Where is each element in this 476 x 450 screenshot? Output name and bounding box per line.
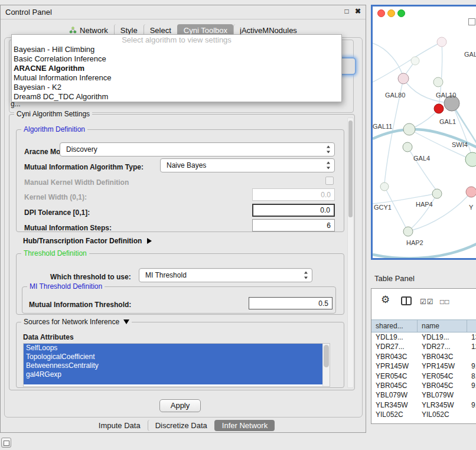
network-node-label: GCY1 bbox=[374, 204, 392, 211]
spinner-icon bbox=[326, 146, 331, 154]
dpi-tolerance-input[interactable]: 0.0 bbox=[252, 204, 335, 217]
table-cell bbox=[467, 410, 476, 419]
tab-label: Network bbox=[80, 26, 108, 35]
data-attribute-item[interactable]: BetweennessCentrality bbox=[24, 361, 323, 370]
network-canvas[interactable]: GALGAL80GAL10GAL11GAL1SWI4GAL4GCY1HAP4YH… bbox=[373, 6, 476, 258]
manual-kernel-checkbox[interactable] bbox=[325, 177, 334, 185]
which-threshold-select[interactable]: MI Threshold bbox=[139, 268, 312, 282]
list-scrollbar-thumb[interactable] bbox=[324, 345, 329, 367]
collapse-arrow-icon[interactable] bbox=[147, 238, 152, 244]
data-attributes-listbox: SelfLoopsTopologicalCoefficientBetweenne… bbox=[23, 343, 330, 387]
table-cell: 12 bbox=[467, 342, 476, 351]
table-row[interactable]: YBR045CYBR045C9. bbox=[371, 381, 476, 390]
data-attribute-item[interactable]: gal4RGexp bbox=[24, 370, 323, 379]
table-cell: 8. bbox=[467, 371, 476, 381]
network-node[interactable] bbox=[437, 37, 446, 47]
expand-arrow-icon[interactable] bbox=[123, 319, 129, 324]
sources-title-text: Sources for Network Inference bbox=[24, 318, 119, 326]
table-cell: YLR345W bbox=[371, 400, 418, 410]
network-node[interactable] bbox=[380, 182, 389, 191]
network-node[interactable] bbox=[403, 227, 413, 236]
column-header[interactable] bbox=[467, 320, 476, 332]
table-cell: YIL052C bbox=[418, 410, 467, 419]
column-header[interactable]: name bbox=[418, 320, 467, 332]
network-node[interactable] bbox=[411, 57, 419, 65]
list-scrollbar[interactable] bbox=[322, 344, 330, 386]
algorithm-menu-item[interactable]: Basic Correlation Inference bbox=[12, 54, 341, 64]
close-icon[interactable]: ✖ bbox=[353, 7, 363, 15]
aracne-mode-select[interactable]: Discovery bbox=[60, 142, 335, 156]
mi-threshold-input[interactable]: 0.5 bbox=[249, 297, 332, 309]
table-row[interactable]: YDL19...YDL19...13 bbox=[371, 332, 476, 342]
algorithm-menu-item[interactable]: Bayesian - K2 bbox=[12, 83, 341, 92]
table-row[interactable]: YPR145WYPR145W9. bbox=[371, 361, 476, 371]
threshold-definition-title: Threshold Definition bbox=[21, 249, 89, 257]
deselect-all-icon[interactable]: □□ bbox=[440, 298, 450, 306]
hub-section-toggle[interactable]: Hub/Transcription Factor Definition bbox=[23, 237, 152, 245]
algorithm-menu-item[interactable]: Mutual Information Inference bbox=[12, 73, 341, 83]
select-all-icon[interactable]: ☑☑ bbox=[420, 298, 434, 306]
table-row[interactable]: YBL079WYBL079W bbox=[371, 390, 476, 400]
apply-button[interactable]: Apply bbox=[159, 399, 201, 412]
tab-impute-data[interactable]: Impute Data bbox=[92, 420, 148, 431]
table-cell: YBR045C bbox=[371, 381, 418, 390]
table-cell: YBR043C bbox=[371, 352, 418, 361]
table-row[interactable]: YLR345WYLR345W9. bbox=[371, 400, 476, 410]
algorithm-menu-item[interactable]: Bayesian - Hill Climbing bbox=[12, 45, 341, 54]
spinner-icon bbox=[304, 272, 309, 279]
data-attribute-item[interactable]: SelfLoops bbox=[24, 344, 323, 353]
table-cell: YBR043C bbox=[418, 352, 467, 361]
data-attributes-label: Data Attributes bbox=[23, 333, 74, 341]
hub-section-label: Hub/Transcription Factor Definition bbox=[23, 237, 142, 245]
network-node[interactable] bbox=[403, 142, 412, 152]
table-row[interactable]: YBR043CYBR043C bbox=[371, 352, 476, 361]
table-cell: 9. bbox=[467, 400, 476, 410]
column-header[interactable]: shared... bbox=[371, 320, 418, 332]
which-threshold-label: Which threshold to use: bbox=[50, 273, 131, 281]
network-node[interactable] bbox=[434, 104, 444, 113]
algorithm-menu-item[interactable]: Dream8 DC_TDC Algorithm bbox=[12, 92, 341, 102]
network-node-label: GAL bbox=[464, 51, 476, 58]
network-node[interactable] bbox=[466, 187, 476, 197]
settings-scrollbar[interactable] bbox=[347, 118, 354, 388]
network-node[interactable] bbox=[398, 73, 409, 84]
table-cell: YLR345W bbox=[418, 400, 467, 410]
table-row[interactable]: YIL052CYIL052C bbox=[371, 410, 476, 419]
mi-threshold-group-title: MI Threshold Definition bbox=[27, 282, 105, 291]
gear-icon[interactable]: ⚙ bbox=[381, 294, 390, 306]
table-cell: 9. bbox=[467, 361, 476, 371]
network-node[interactable] bbox=[403, 123, 415, 135]
algorithm-definition-title: Algorithm Definition bbox=[21, 125, 87, 133]
mi-type-select[interactable]: Naive Bayes bbox=[160, 158, 335, 172]
network-node[interactable] bbox=[432, 189, 442, 198]
network-node-label: GAL11 bbox=[373, 123, 392, 130]
table-cell: YPR145W bbox=[418, 361, 467, 371]
docked-panel-icon[interactable] bbox=[1, 438, 11, 448]
table-row[interactable]: YDR27...YDR27...12 bbox=[371, 342, 476, 351]
tab-infer-network[interactable]: Infer Network bbox=[214, 420, 275, 431]
algorithm-menu-items: Bayesian - Hill ClimbingBasic Correlatio… bbox=[12, 45, 341, 102]
float-window-icon[interactable]: □ bbox=[342, 7, 351, 15]
network-node-label: GAL80 bbox=[385, 92, 405, 99]
mi-type-label: Mutual Information Algorithm Type: bbox=[24, 163, 144, 171]
network-node[interactable] bbox=[465, 152, 476, 167]
tab-discretize-data[interactable]: Discretize Data bbox=[148, 420, 214, 431]
algorithm-menu-item[interactable]: ARACNE Algorithm bbox=[12, 64, 341, 73]
algorithm-menu: Select algorithm to view settings Bayesi… bbox=[11, 34, 342, 102]
table-cell: YDL19... bbox=[371, 332, 418, 342]
table-cell: YDR27... bbox=[418, 342, 467, 351]
settings-scrollbar-thumb[interactable] bbox=[348, 120, 353, 217]
network-node[interactable] bbox=[433, 77, 443, 87]
dpi-tolerance-label: DPI Tolerance [0,1]: bbox=[24, 208, 90, 217]
table-cell: 9. bbox=[467, 381, 476, 390]
data-attribute-item[interactable]: TopologicalCoefficient bbox=[24, 353, 323, 361]
network-node-label: HAP4 bbox=[416, 201, 433, 208]
desktop: Control Panel □ ✖ NetworkStyleSelectCyni… bbox=[0, 0, 476, 450]
cyni-settings-title: Cyni Algorithm Settings bbox=[14, 110, 92, 118]
kernel-width-input[interactable]: 0.0 bbox=[252, 188, 335, 201]
table-row[interactable]: YER054CYER054C8. bbox=[371, 371, 476, 381]
columns-icon[interactable] bbox=[401, 296, 412, 305]
mi-steps-input[interactable]: 6 bbox=[252, 219, 335, 231]
network-node-label: GAL10 bbox=[436, 92, 456, 99]
tab-label: Style bbox=[120, 26, 138, 35]
